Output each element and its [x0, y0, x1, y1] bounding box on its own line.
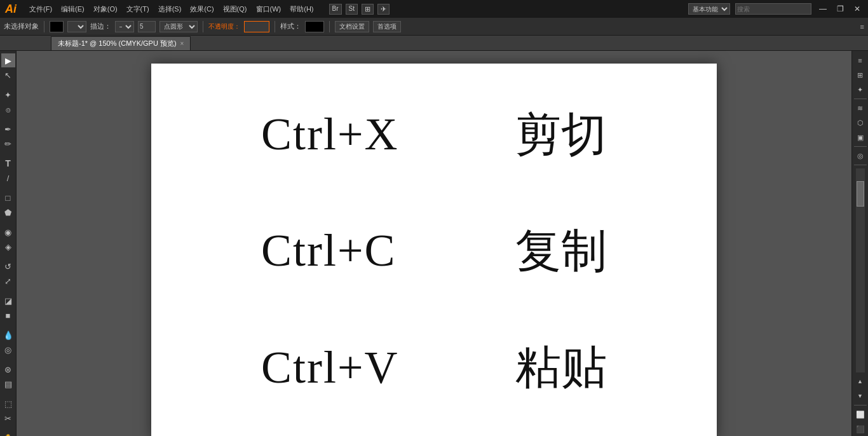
canvas-area: Ctrl+X 剪切 Ctrl+C 复制 Ctrl+V 粘贴: [17, 51, 851, 436]
style-label: 样式：: [280, 22, 301, 31]
right-sep-3: [854, 165, 867, 165]
menu-select[interactable]: 选择(S): [156, 3, 184, 15]
shortcut-keys-1: Ctrl+C: [261, 224, 452, 277]
tab-title: 未标题-1* @ 150% (CMYK/GPU 预览): [58, 39, 177, 48]
shortcut-row-1: Ctrl+C 复制: [177, 221, 691, 282]
direct-selection-tool[interactable]: ↖: [1, 68, 15, 82]
shortcut-desc-0: 剪切: [515, 104, 607, 165]
rotate-tool[interactable]: ↺: [1, 259, 15, 273]
right-sep-2: [854, 146, 867, 147]
right-scrollbar-thumb[interactable]: [857, 181, 864, 207]
minimize-button[interactable]: —: [817, 4, 829, 13]
workspace-selector[interactable]: 基本功能: [688, 3, 730, 15]
ai-logo: Ai: [5, 3, 17, 16]
symbol-graph-tools: ⊛ ▤: [1, 362, 15, 391]
shortcut-keys-0: Ctrl+X: [261, 108, 452, 161]
right-panel: ≡ ⊞ ✦ ≋ ⬡ ▣ ◎ ▲ ▼ ⬜ ⬛: [851, 51, 868, 436]
eyedropper-tool[interactable]: 💧: [1, 328, 15, 342]
opacity-label: 不透明度：: [208, 22, 240, 31]
artboard: Ctrl+X 剪切 Ctrl+C 复制 Ctrl+V 粘贴: [151, 64, 717, 436]
brush-tools: ◉ ◈: [1, 225, 15, 254]
stroke-label: 描边：: [90, 22, 111, 31]
stroke-size-select[interactable]: —: [115, 21, 134, 32]
tab-close-button[interactable]: ×: [180, 40, 184, 47]
shortcut-keys-2: Ctrl+V: [261, 341, 452, 394]
divider-3: [275, 21, 275, 32]
menu-effect[interactable]: 效果(C): [187, 3, 216, 15]
fill-swatch[interactable]: [50, 21, 64, 32]
artboard-slice-tools: ⬚ ✂: [1, 397, 15, 425]
artboard-tool[interactable]: ⬚: [1, 397, 15, 411]
right-panel-btn-5[interactable]: ▣: [853, 130, 867, 144]
opacity-input[interactable]: 100%: [244, 21, 269, 32]
eyedrop-blend-tools: 💧 ◎: [1, 328, 15, 357]
left-toolbar: ▶ ↖ ✦ ⌾ ✒ ✏ T / □ ⬟ ◉ ◈ ↺ ⤢: [0, 51, 17, 436]
menu-edit[interactable]: 编辑(E): [58, 3, 87, 15]
right-scroll-up-btn[interactable]: ▲: [853, 374, 867, 388]
main-layout: ▶ ↖ ✦ ⌾ ✒ ✏ T / □ ⬟ ◉ ◈ ↺ ⤢: [0, 51, 868, 436]
stroke-size-input[interactable]: [138, 21, 156, 32]
selection-tools: ▶ ↖: [1, 53, 15, 82]
hand-tool[interactable]: ✋: [1, 431, 15, 436]
magic-wand-tool[interactable]: ✦: [1, 88, 15, 102]
right-panel-btn-7[interactable]: ⬜: [853, 407, 867, 421]
grid-icon[interactable]: ⊞: [362, 4, 374, 15]
right-panel-btn-6[interactable]: ◎: [853, 149, 867, 163]
kuler-icon[interactable]: ✈: [377, 4, 390, 15]
title-bar: Ai 文件(F) 编辑(E) 对象(O) 文字(T) 选择(S) 效果(C) 视…: [0, 0, 868, 18]
shape-builder-tool[interactable]: ◪: [1, 294, 15, 308]
type-tool[interactable]: T: [1, 156, 15, 170]
right-panel-btn-0[interactable]: ≡: [853, 53, 867, 67]
right-panel-btn-1[interactable]: ⊞: [853, 68, 867, 82]
rect-tool[interactable]: □: [1, 191, 15, 205]
stroke-shape-select[interactable]: 点圆形: [159, 21, 198, 32]
close-button[interactable]: ✕: [851, 4, 863, 13]
doc-settings-button[interactable]: 文档设置: [335, 21, 369, 32]
document-tab[interactable]: 未标题-1* @ 150% (CMYK/GPU 预览) ×: [51, 36, 191, 50]
tab-bar: 未标题-1* @ 150% (CMYK/GPU 预览) ×: [0, 36, 868, 51]
menu-type[interactable]: 文字(T): [124, 3, 152, 15]
lasso-tool[interactable]: ⌾: [1, 102, 15, 116]
blend-tool[interactable]: ◎: [1, 343, 15, 357]
line-tool[interactable]: /: [1, 171, 15, 185]
selection-tool[interactable]: ▶: [1, 53, 15, 67]
search-input[interactable]: [735, 3, 811, 15]
right-panel-btn-8[interactable]: ⬛: [853, 422, 867, 436]
title-bar-left: Ai 文件(F) 编辑(E) 对象(O) 文字(T) 选择(S) 效果(C) 视…: [5, 3, 390, 16]
pen-tools: ✒ ✏: [1, 122, 15, 151]
right-scroll-down-btn[interactable]: ▼: [853, 389, 867, 403]
paintbrush-tool[interactable]: ⬟: [1, 205, 15, 219]
menu-view[interactable]: 视图(Q): [220, 3, 250, 15]
preferences-button[interactable]: 首选项: [373, 21, 401, 32]
menu-file[interactable]: 文件(F): [27, 3, 55, 15]
right-scrollbar-track[interactable]: [856, 168, 865, 372]
no-selection-label: 未选择对象: [4, 22, 39, 31]
shape-tools: □ ⬟: [1, 191, 15, 219]
stock-icon[interactable]: St: [346, 4, 358, 15]
transform-tools: ↺ ⤢: [1, 259, 15, 288]
restore-button[interactable]: ❐: [834, 4, 846, 13]
builder-tools: ◪ ■: [1, 294, 15, 322]
slice-tool[interactable]: ✂: [1, 411, 15, 425]
panel-toggle-icon[interactable]: ≡: [860, 23, 864, 31]
menu-object[interactable]: 对象(O): [91, 3, 120, 15]
pen-tool[interactable]: ✒: [1, 122, 15, 136]
gradient-tool[interactable]: ■: [1, 308, 15, 322]
eraser-tool[interactable]: ◈: [1, 240, 15, 254]
right-sep-4: [854, 405, 867, 405]
pencil-tool[interactable]: ✏: [1, 137, 15, 151]
scale-tool[interactable]: ⤢: [1, 274, 15, 288]
stroke-select[interactable]: [67, 21, 86, 32]
hand-zoom-tools: ✋ 🔍: [1, 431, 15, 436]
symbol-sprayer-tool[interactable]: ⊛: [1, 362, 15, 376]
blob-brush-tool[interactable]: ◉: [1, 225, 15, 239]
right-panel-btn-4[interactable]: ⬡: [853, 116, 867, 130]
menu-help[interactable]: 帮助(H): [287, 3, 316, 15]
right-panel-btn-2[interactable]: ✦: [853, 83, 867, 97]
column-graph-tool[interactable]: ▤: [1, 377, 15, 391]
bridge-icon[interactable]: Br: [329, 4, 342, 15]
shortcut-row-2: Ctrl+V 粘贴: [177, 337, 691, 398]
style-swatch[interactable]: [305, 21, 324, 32]
menu-window[interactable]: 窗口(W): [254, 3, 284, 15]
right-panel-btn-3[interactable]: ≋: [853, 101, 867, 115]
